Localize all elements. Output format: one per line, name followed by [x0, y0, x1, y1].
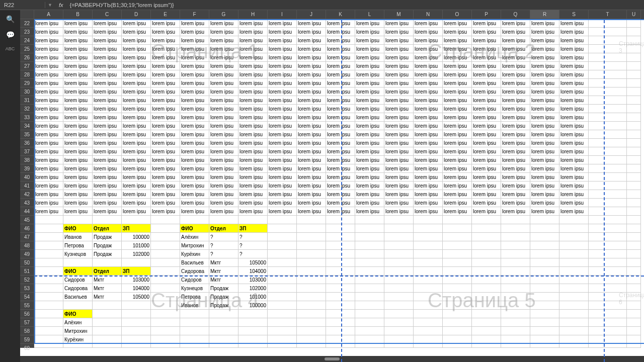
cell[interactable]: lorem ipsu: [501, 70, 530, 79]
cell[interactable]: lorem ipsu: [414, 156, 443, 164]
cell[interactable]: lorem ipsu: [180, 156, 209, 164]
cell[interactable]: lorem ipsu: [384, 113, 414, 122]
cell[interactable]: Митрохин: [180, 241, 209, 250]
cell[interactable]: [355, 241, 384, 250]
cell[interactable]: [151, 250, 180, 258]
cell[interactable]: [589, 164, 627, 173]
cell[interactable]: lorem ipsu: [443, 130, 472, 139]
cell[interactable]: [472, 344, 501, 348]
horizontal-scrollbar[interactable]: [20, 356, 644, 362]
cell[interactable]: lorem ipsu: [268, 53, 297, 62]
cell[interactable]: [297, 335, 326, 344]
cell[interactable]: lorem ipsu: [122, 139, 151, 147]
cell[interactable]: [559, 224, 589, 233]
cell[interactable]: [559, 284, 589, 293]
cell[interactable]: lorem ipsu: [34, 190, 63, 199]
cell[interactable]: lorem ipsu: [414, 199, 443, 207]
cell[interactable]: lorem ipsu: [209, 87, 238, 96]
cell[interactable]: lorem ipsu: [559, 207, 589, 216]
cell[interactable]: [627, 216, 641, 224]
cell[interactable]: ФИО: [63, 224, 93, 233]
cell[interactable]: [384, 276, 414, 284]
cell[interactable]: [355, 276, 384, 284]
cell[interactable]: lorem ipsu: [384, 147, 414, 156]
cell[interactable]: lorem ipsu: [472, 70, 501, 79]
cell[interactable]: lorem ipsu: [472, 19, 501, 28]
cell[interactable]: [559, 233, 589, 241]
row-header-48[interactable]: 48: [20, 241, 34, 250]
cell[interactable]: lorem ipsu: [501, 147, 530, 156]
cell[interactable]: lorem ipsu: [501, 190, 530, 199]
cell[interactable]: [326, 216, 355, 224]
cell[interactable]: lorem ipsu: [180, 207, 209, 216]
column-header-B[interactable]: B: [63, 10, 93, 19]
cell[interactable]: [589, 173, 627, 182]
cell[interactable]: lorem ipsu: [559, 113, 589, 122]
cell[interactable]: lorem ipsu: [530, 164, 559, 173]
cell[interactable]: [627, 62, 641, 70]
cell[interactable]: lorem ipsu: [93, 156, 122, 164]
cell[interactable]: lorem ipsu: [326, 139, 355, 147]
cell[interactable]: lorem ipsu: [93, 79, 122, 87]
cell[interactable]: [34, 318, 63, 327]
cell[interactable]: lorem ipsu: [355, 45, 384, 53]
cell[interactable]: lorem ipsu: [355, 96, 384, 105]
cell[interactable]: lorem ipsu: [559, 28, 589, 36]
row-header-51[interactable]: 51: [20, 267, 34, 276]
spellcheck-icon[interactable]: ABC: [6, 46, 15, 51]
cell[interactable]: Отдел: [93, 224, 122, 233]
cell[interactable]: [34, 344, 63, 348]
cell[interactable]: lorem ipsu: [268, 70, 297, 79]
cell[interactable]: [559, 250, 589, 258]
cell[interactable]: 104000: [122, 284, 151, 293]
cell[interactable]: [355, 224, 384, 233]
cell[interactable]: ?: [238, 250, 268, 258]
cell[interactable]: lorem ipsu: [151, 53, 180, 62]
column-header-J[interactable]: J: [297, 10, 326, 19]
cell[interactable]: [414, 318, 443, 327]
cell[interactable]: [627, 113, 641, 122]
cell[interactable]: lorem ipsu: [151, 182, 180, 190]
column-header-U[interactable]: U: [627, 10, 641, 19]
cell[interactable]: lorem ipsu: [63, 122, 93, 130]
cell[interactable]: lorem ipsu: [501, 122, 530, 130]
cell[interactable]: lorem ipsu: [384, 122, 414, 130]
cell[interactable]: lorem ipsu: [209, 105, 238, 113]
row-header-60[interactable]: 60: [20, 344, 34, 348]
cell[interactable]: lorem ipsu: [151, 62, 180, 70]
cell[interactable]: 105000: [238, 258, 268, 267]
row-header-53[interactable]: 53: [20, 284, 34, 293]
cell[interactable]: lorem ipsu: [151, 28, 180, 36]
cell[interactable]: [384, 267, 414, 276]
cell[interactable]: lorem ipsu: [384, 87, 414, 96]
cell[interactable]: [501, 301, 530, 310]
cell[interactable]: [559, 216, 589, 224]
cell[interactable]: lorem ipsu: [443, 96, 472, 105]
cell[interactable]: lorem ipsu: [326, 173, 355, 182]
cell[interactable]: [627, 139, 641, 147]
cell[interactable]: [326, 250, 355, 258]
cell[interactable]: [268, 301, 297, 310]
cell[interactable]: [297, 241, 326, 250]
row-header-22[interactable]: 22: [20, 19, 34, 28]
cell[interactable]: [180, 327, 209, 335]
cell[interactable]: lorem ipsu: [93, 182, 122, 190]
cell[interactable]: [34, 301, 63, 310]
cell[interactable]: [414, 344, 443, 348]
cell[interactable]: [414, 224, 443, 233]
cell[interactable]: lorem ipsu: [93, 96, 122, 105]
cell[interactable]: lorem ipsu: [34, 122, 63, 130]
cell[interactable]: [589, 233, 627, 241]
cell[interactable]: lorem ipsu: [209, 199, 238, 207]
cell[interactable]: lorem ipsu: [355, 87, 384, 96]
cell[interactable]: lorem ipsu: [93, 199, 122, 207]
cell[interactable]: lorem ipsu: [326, 164, 355, 173]
cell[interactable]: [530, 318, 559, 327]
cell[interactable]: lorem ipsu: [238, 147, 268, 156]
column-header-O[interactable]: O: [443, 10, 472, 19]
cell[interactable]: lorem ipsu: [151, 105, 180, 113]
cell[interactable]: lorem ipsu: [93, 19, 122, 28]
cell[interactable]: [355, 293, 384, 301]
cell[interactable]: lorem ipsu: [238, 182, 268, 190]
cell[interactable]: lorem ipsu: [93, 62, 122, 70]
